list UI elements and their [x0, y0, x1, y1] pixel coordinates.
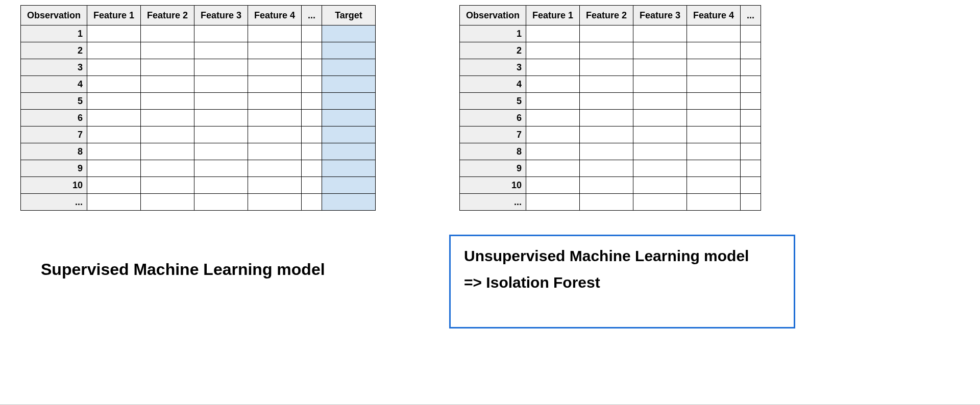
- table-row: 5: [460, 93, 761, 110]
- target-cell: [322, 93, 376, 110]
- feature-cell: [580, 177, 633, 194]
- obs-cell: 1: [460, 26, 526, 42]
- target-cell: [322, 160, 376, 177]
- feature-cell: [526, 93, 580, 110]
- feature-cell: [87, 110, 141, 126]
- feature-cell: [687, 160, 741, 177]
- target-cell: [322, 76, 376, 93]
- supervised-caption: Supervised Machine Learning model: [41, 260, 325, 279]
- feature-cell: [141, 126, 194, 143]
- feature-cell: [687, 76, 741, 93]
- header-observation: Observation: [460, 6, 526, 26]
- feature-cell: [87, 177, 141, 194]
- feature-cell: [687, 110, 741, 126]
- feature-cell: [580, 194, 633, 211]
- feature-cell: [248, 42, 302, 59]
- feature-cell: [633, 26, 687, 42]
- unsupervised-data-table: Observation Feature 1 Feature 2 Feature …: [459, 5, 761, 211]
- feature-cell: [302, 42, 322, 59]
- feature-cell: [741, 177, 761, 194]
- feature-cell: [580, 93, 633, 110]
- feature-cell: [194, 126, 248, 143]
- header-feature-3: Feature 3: [194, 6, 248, 26]
- feature-cell: [248, 59, 302, 76]
- obs-cell: 2: [460, 42, 526, 59]
- table-row: 4: [21, 76, 376, 93]
- table-row: ...: [21, 194, 376, 211]
- feature-cell: [141, 194, 194, 211]
- table-row: 1: [460, 26, 761, 42]
- feature-cell: [687, 42, 741, 59]
- feature-cell: [87, 26, 141, 42]
- feature-cell: [526, 126, 580, 143]
- obs-cell: 1: [21, 26, 87, 42]
- table-header-row: Observation Feature 1 Feature 2 Feature …: [460, 6, 761, 26]
- table-row: 8: [460, 143, 761, 160]
- obs-cell: 2: [21, 42, 87, 59]
- obs-cell: 7: [460, 126, 526, 143]
- feature-cell: [141, 110, 194, 126]
- feature-cell: [194, 26, 248, 42]
- feature-cell: [302, 110, 322, 126]
- table-row: 10: [460, 177, 761, 194]
- feature-cell: [741, 160, 761, 177]
- obs-cell: 5: [21, 93, 87, 110]
- feature-cell: [194, 93, 248, 110]
- feature-cell: [194, 194, 248, 211]
- feature-cell: [526, 160, 580, 177]
- obs-cell: 4: [21, 76, 87, 93]
- target-cell: [322, 26, 376, 42]
- feature-cell: [633, 42, 687, 59]
- table-row: 1: [21, 26, 376, 42]
- unsupervised-caption-box: Unsupervised Machine Learning model => I…: [449, 235, 795, 328]
- feature-cell: [741, 76, 761, 93]
- obs-cell: 8: [460, 143, 526, 160]
- feature-cell: [141, 42, 194, 59]
- table-row: 7: [21, 126, 376, 143]
- feature-cell: [248, 160, 302, 177]
- feature-cell: [248, 76, 302, 93]
- target-cell: [322, 59, 376, 76]
- feature-cell: [302, 194, 322, 211]
- feature-cell: [87, 76, 141, 93]
- feature-cell: [526, 110, 580, 126]
- target-cell: [322, 110, 376, 126]
- feature-cell: [526, 26, 580, 42]
- table-row: 5: [21, 93, 376, 110]
- obs-cell: 10: [21, 177, 87, 194]
- feature-cell: [580, 76, 633, 93]
- feature-cell: [194, 143, 248, 160]
- obs-cell: ...: [21, 194, 87, 211]
- feature-cell: [302, 93, 322, 110]
- feature-cell: [87, 194, 141, 211]
- unsupervised-caption-line2: => Isolation Forest: [464, 274, 780, 291]
- feature-cell: [526, 59, 580, 76]
- obs-cell: 9: [21, 160, 87, 177]
- feature-cell: [141, 59, 194, 76]
- feature-cell: [741, 194, 761, 211]
- feature-cell: [633, 59, 687, 76]
- feature-cell: [580, 143, 633, 160]
- feature-cell: [687, 194, 741, 211]
- header-feature-1: Feature 1: [526, 6, 580, 26]
- obs-cell: 3: [460, 59, 526, 76]
- feature-cell: [741, 42, 761, 59]
- feature-cell: [580, 110, 633, 126]
- feature-cell: [141, 160, 194, 177]
- feature-cell: [687, 93, 741, 110]
- table-row: ...: [460, 194, 761, 211]
- feature-cell: [141, 26, 194, 42]
- header-more: ...: [741, 6, 761, 26]
- feature-cell: [141, 177, 194, 194]
- feature-cell: [194, 76, 248, 93]
- target-cell: [322, 177, 376, 194]
- feature-cell: [687, 26, 741, 42]
- feature-cell: [580, 42, 633, 59]
- feature-cell: [580, 126, 633, 143]
- feature-cell: [87, 42, 141, 59]
- feature-cell: [526, 177, 580, 194]
- feature-cell: [687, 143, 741, 160]
- table-row: 6: [21, 110, 376, 126]
- feature-cell: [633, 126, 687, 143]
- feature-cell: [741, 93, 761, 110]
